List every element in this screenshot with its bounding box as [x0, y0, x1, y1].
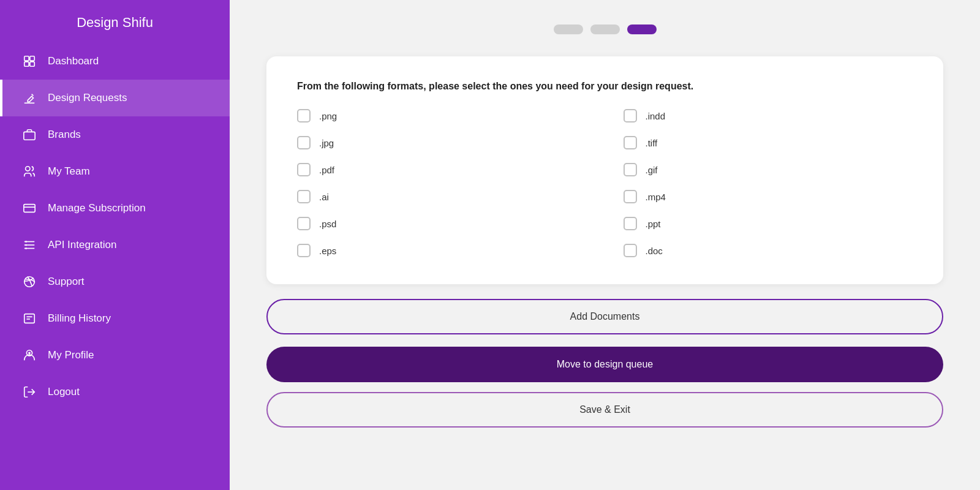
sidebar-item-label: Support [48, 276, 85, 288]
sidebar-item-label: Billing History [48, 312, 111, 325]
manage-subscription-icon [22, 201, 37, 216]
svg-rect-2 [24, 62, 29, 66]
save-exit-button[interactable]: Save & Exit [266, 392, 943, 428]
sidebar-item-manage-subscription[interactable]: Manage Subscription [0, 190, 230, 227]
checkbox-indd[interactable] [624, 109, 637, 123]
format-tiff[interactable]: .tiff [624, 136, 913, 149]
sidebar-item-design-requests[interactable]: Design Requests [0, 80, 230, 116]
svg-rect-0 [24, 56, 29, 61]
brands-icon [22, 127, 37, 142]
card-title: From the following formats, please selec… [297, 81, 913, 92]
checkbox-doc[interactable] [624, 244, 637, 257]
format-checkbox-grid: .png .indd .jpg .tiff .pdf .gif [297, 109, 913, 257]
sidebar-item-my-team[interactable]: My Team [0, 153, 230, 190]
sidebar-item-label: My Team [48, 165, 90, 178]
api-integration-icon [22, 238, 37, 252]
format-gif[interactable]: .gif [624, 163, 913, 176]
sidebar-item-label: Manage Subscription [48, 202, 146, 214]
support-icon [22, 274, 37, 289]
my-team-icon [22, 164, 37, 179]
label-png: .png [319, 111, 337, 121]
main-content: From the following formats, please selec… [230, 0, 980, 490]
format-indd[interactable]: .indd [624, 109, 913, 123]
checkbox-psd[interactable] [297, 217, 311, 230]
checkbox-ppt[interactable] [624, 217, 637, 230]
sidebar-item-label: Design Requests [48, 92, 127, 104]
label-psd: .psd [319, 219, 336, 229]
sidebar-item-brands[interactable]: Brands [0, 116, 230, 153]
step-dot-2 [590, 24, 620, 34]
logout-icon [22, 385, 37, 399]
sidebar-item-logout[interactable]: Logout [0, 374, 230, 410]
format-psd[interactable]: .psd [297, 217, 587, 230]
format-eps[interactable]: .eps [297, 244, 587, 257]
svg-rect-7 [24, 205, 35, 213]
svg-point-12 [25, 241, 27, 243]
sidebar-item-billing-history[interactable]: Billing History [0, 300, 230, 337]
design-requests-icon [22, 91, 37, 105]
billing-history-icon [22, 311, 37, 326]
label-jpg: .jpg [319, 138, 334, 148]
checkbox-pdf[interactable] [297, 163, 311, 176]
format-ai[interactable]: .ai [297, 190, 587, 203]
format-selection-card: From the following formats, please selec… [266, 56, 943, 284]
step-dot-1 [554, 24, 583, 34]
format-jpg[interactable]: .jpg [297, 136, 587, 149]
checkbox-mp4[interactable] [624, 190, 637, 203]
svg-point-20 [28, 352, 31, 355]
sidebar: Design Shifu Dashboard Design Requests B… [0, 0, 230, 490]
sidebar-item-label: Brands [48, 129, 81, 141]
sidebar-item-label: Logout [48, 386, 80, 398]
svg-rect-1 [30, 56, 34, 61]
checkbox-ai[interactable] [297, 190, 311, 203]
checkbox-tiff[interactable] [624, 136, 637, 149]
my-profile-icon [22, 348, 37, 363]
sidebar-item-support[interactable]: Support [0, 263, 230, 300]
dashboard-icon [22, 54, 37, 69]
checkbox-png[interactable] [297, 109, 311, 123]
add-documents-button[interactable]: Add Documents [266, 299, 943, 334]
svg-point-14 [25, 247, 27, 249]
sidebar-item-label: My Profile [48, 349, 94, 361]
checkbox-eps[interactable] [297, 244, 311, 257]
sidebar-item-label: Dashboard [48, 55, 99, 67]
label-ai: .ai [319, 192, 329, 202]
sidebar-item-dashboard[interactable]: Dashboard [0, 43, 230, 80]
label-tiff: .tiff [646, 138, 658, 148]
svg-point-13 [25, 244, 27, 246]
svg-point-6 [26, 167, 30, 171]
sidebar-item-api-integration[interactable]: API Integration [0, 227, 230, 263]
sidebar-item-label: API Integration [48, 239, 116, 251]
step-indicators [266, 24, 943, 34]
label-pdf: .pdf [319, 165, 334, 175]
app-title: Design Shifu [0, 0, 230, 43]
format-doc[interactable]: .doc [624, 244, 913, 257]
format-png[interactable]: .png [297, 109, 587, 123]
format-ppt[interactable]: .ppt [624, 217, 913, 230]
format-pdf[interactable]: .pdf [297, 163, 587, 176]
label-eps: .eps [319, 246, 336, 256]
label-gif: .gif [646, 165, 658, 175]
label-ppt: .ppt [646, 219, 661, 229]
label-doc: .doc [646, 246, 663, 256]
checkbox-gif[interactable] [624, 163, 637, 176]
sidebar-item-my-profile[interactable]: My Profile [0, 337, 230, 374]
svg-rect-16 [24, 314, 35, 323]
svg-rect-3 [30, 62, 34, 66]
move-to-queue-button[interactable]: Move to design queue [266, 347, 943, 382]
checkbox-jpg[interactable] [297, 136, 311, 149]
svg-rect-5 [24, 132, 35, 140]
label-indd: .indd [646, 111, 666, 121]
label-mp4: .mp4 [646, 192, 666, 202]
format-mp4[interactable]: .mp4 [624, 190, 913, 203]
step-dot-3 [627, 24, 657, 34]
